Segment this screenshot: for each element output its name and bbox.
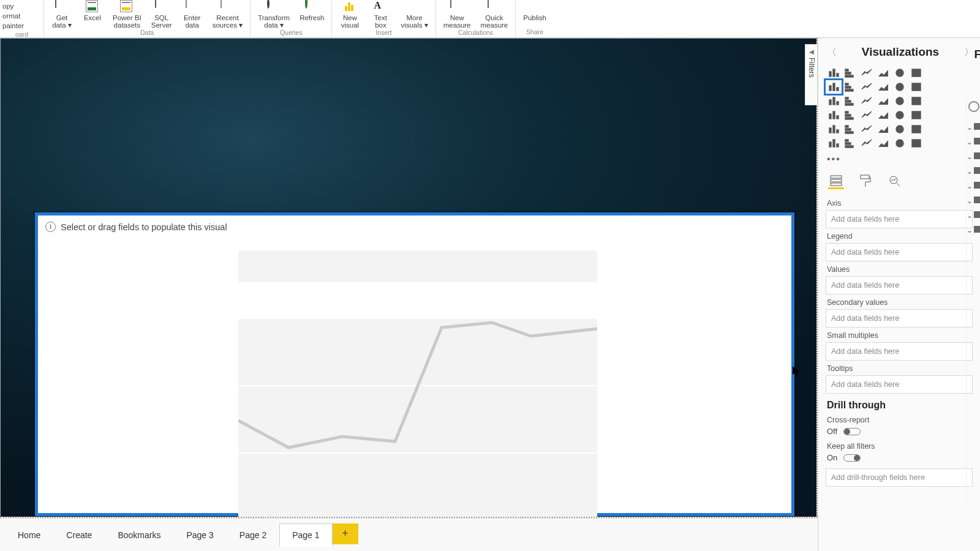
page-tab-home[interactable]: Home <box>5 523 53 547</box>
new-measure-button[interactable]: New measure <box>440 0 475 29</box>
text-box-button[interactable]: A Text box <box>366 0 394 29</box>
format-painter-fragment[interactable]: ormat painter <box>2 11 41 31</box>
viz-area[interactable] <box>842 80 858 94</box>
format-tab[interactable] <box>858 173 873 189</box>
viz-treemap[interactable] <box>908 94 924 108</box>
viz-decomp-tree[interactable] <box>859 137 875 150</box>
field-table-3[interactable]: ⌄ <box>967 152 980 161</box>
svg-rect-11 <box>845 83 848 85</box>
viz-map[interactable] <box>826 108 842 122</box>
viz-smart-narrative[interactable] <box>892 137 908 150</box>
viz-filled-map[interactable] <box>842 108 858 122</box>
viz-donut[interactable] <box>892 94 908 108</box>
viz-stacked-column[interactable] <box>859 66 875 80</box>
svg-rect-27 <box>845 111 848 113</box>
copy-fragment[interactable]: opy <box>2 1 41 11</box>
page-tab-page1[interactable]: Page 1 <box>279 523 332 547</box>
fields-well-tab[interactable] <box>828 173 844 189</box>
excel-button[interactable]: Excel <box>78 0 107 29</box>
viz-clustered-column[interactable] <box>875 66 891 80</box>
page-tab-page3[interactable]: Page 3 <box>173 523 226 547</box>
svg-rect-50 <box>831 183 842 186</box>
page-tab-create[interactable]: Create <box>53 523 105 547</box>
viz-r-visual[interactable] <box>908 122 924 136</box>
viz-azure-map[interactable] <box>875 108 891 122</box>
page-tab-bookmarks[interactable]: Bookmarks <box>105 523 173 547</box>
field-table-1[interactable]: ⌄ <box>967 123 980 132</box>
viz-matrix[interactable] <box>892 122 908 136</box>
svg-rect-23 <box>912 97 921 105</box>
more-viz-ellipsis[interactable]: ••• <box>818 152 980 170</box>
viz-100-bar[interactable] <box>892 66 908 80</box>
collapse-viz-icon[interactable]: 〈 <box>827 46 837 59</box>
recent-sources-button[interactable]: Recent sources ▾ <box>209 0 246 29</box>
line-chart-visual[interactable]: i Select or drag fields to populate this… <box>35 212 794 516</box>
viz-clustered-bar[interactable] <box>842 66 858 80</box>
publish-button[interactable]: Publish <box>519 0 550 21</box>
viz-waterfall[interactable] <box>826 94 842 108</box>
viz-slicer[interactable] <box>859 122 875 136</box>
viz-line[interactable] <box>826 80 842 94</box>
well-legend[interactable]: Add data fields here <box>826 243 973 261</box>
viz-ribbon[interactable] <box>908 80 924 94</box>
viz-line-clustered[interactable] <box>875 80 891 94</box>
refresh-button[interactable]: Refresh <box>296 0 328 29</box>
page-tab-page2[interactable]: Page 2 <box>227 523 279 547</box>
viz-pie[interactable] <box>875 94 891 108</box>
svg-rect-36 <box>845 129 851 130</box>
powerbi-datasets-button[interactable]: Power BI datasets <box>109 0 145 29</box>
viz-key-influencers[interactable] <box>842 137 858 150</box>
viz-stacked-area[interactable] <box>859 80 875 94</box>
field-table-5[interactable]: ⌄ <box>967 182 980 190</box>
get-data-button[interactable]: Get data ▾ <box>48 0 76 29</box>
report-page[interactable]: i Select or drag fields to populate this… <box>0 38 818 518</box>
field-table-2[interactable]: ⌄ <box>967 138 980 146</box>
viz-scatter[interactable] <box>859 94 875 108</box>
svg-rect-29 <box>845 118 853 119</box>
sql-server-button[interactable]: SQL Server <box>148 0 176 29</box>
cross-report-label: Cross-report <box>827 416 971 424</box>
analytics-tab[interactable] <box>887 173 903 189</box>
viz-shape-map[interactable] <box>859 108 875 122</box>
viz-card[interactable] <box>908 108 924 122</box>
svg-rect-19 <box>845 97 848 99</box>
svg-rect-42 <box>837 144 839 147</box>
viz-qna[interactable] <box>875 137 891 150</box>
well-sec-values[interactable]: Add data fields here <box>826 309 973 328</box>
viz-multi-card[interactable] <box>826 122 842 136</box>
well-tooltips[interactable]: Add data fields here <box>826 375 973 394</box>
enter-data-button[interactable]: Enter data <box>178 0 206 29</box>
keep-filters-toggle[interactable] <box>843 454 861 462</box>
viz-table[interactable] <box>875 122 891 136</box>
add-page-button[interactable]: + <box>333 523 358 544</box>
viz-funnel[interactable] <box>842 94 858 108</box>
viz-python[interactable] <box>826 137 842 150</box>
quick-measure-button[interactable]: Quick measure <box>477 0 512 29</box>
well-values[interactable]: Add data fields here <box>826 276 973 294</box>
viz-stacked-bar[interactable] <box>826 66 842 80</box>
transform-data-button[interactable]: Transform data ▾ <box>254 0 293 29</box>
search-icon[interactable] <box>968 101 979 112</box>
field-table-7[interactable]: ⌄ <box>967 211 980 220</box>
viz-line-stacked[interactable] <box>892 80 908 94</box>
expand-fields-icon[interactable]: 〉 <box>964 46 974 59</box>
expand-filters-icon[interactable]: ◀ <box>809 48 814 55</box>
drill-through-well[interactable]: Add drill-through fields here <box>826 468 973 487</box>
fields-panel-title-fragment: Fie <box>974 48 980 61</box>
field-table-4[interactable]: ⌄ <box>967 167 980 176</box>
more-visuals-button[interactable]: More visuals ▾ <box>397 0 431 29</box>
data-caption: Data <box>140 29 154 38</box>
viz-gauge[interactable] <box>892 108 908 122</box>
well-axis[interactable]: Add data fields here <box>826 210 973 228</box>
clipboard-group-fragment: opy ormat painter oard <box>0 0 44 37</box>
viz-100-column[interactable] <box>908 66 924 80</box>
field-table-8[interactable]: ⌄ <box>967 226 980 234</box>
field-table-6[interactable]: ⌄ <box>967 197 980 205</box>
cross-report-toggle[interactable] <box>843 428 861 435</box>
viz-paginated[interactable] <box>908 137 924 150</box>
viz-kpi[interactable] <box>842 122 858 136</box>
new-visual-button[interactable]: New visual <box>336 0 364 29</box>
well-small-mult[interactable]: Add data fields here <box>826 342 973 361</box>
insert-caption: Insert <box>375 29 391 38</box>
filters-pane-collapsed[interactable]: ◀ Filters <box>805 44 818 105</box>
